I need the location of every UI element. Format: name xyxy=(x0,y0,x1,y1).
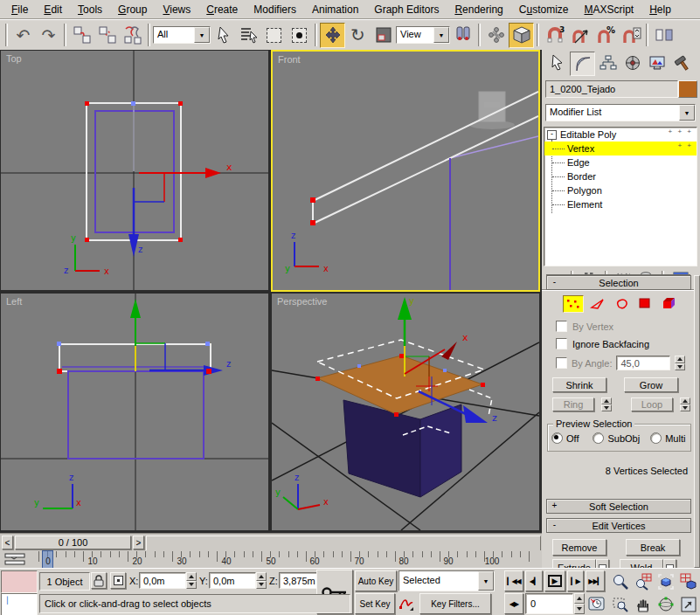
mirror-icon[interactable] xyxy=(651,23,676,48)
by-angle-input[interactable]: 45,0 xyxy=(616,356,670,370)
tab-motion[interactable] xyxy=(620,52,644,74)
tab-display[interactable] xyxy=(645,52,669,74)
maxscript-mini-listener[interactable]: ▏ xyxy=(1,593,38,615)
menu-animation[interactable]: Animation xyxy=(304,2,366,17)
maxscript-mini-listener-macro[interactable] xyxy=(1,570,38,593)
unlink-selection-icon[interactable] xyxy=(94,23,120,48)
menu-customize[interactable]: Customize xyxy=(511,2,577,17)
ring-spinner[interactable] xyxy=(601,397,612,411)
soft-selection-rollout-header[interactable]: + Soft Selection xyxy=(546,499,691,514)
angle-snap-icon[interactable] xyxy=(567,23,593,48)
auto-key-button[interactable]: Auto Key xyxy=(355,570,397,591)
front-viewport-canvas[interactable]: z y x xyxy=(273,52,538,290)
tab-hierarchy[interactable] xyxy=(596,52,620,74)
select-and-move-icon[interactable] xyxy=(320,23,345,48)
previous-frame-button[interactable]: ◀▎ xyxy=(525,570,543,591)
border-subobject-icon[interactable] xyxy=(612,295,631,311)
collapse-icon[interactable]: - xyxy=(550,277,559,287)
menu-file[interactable]: File xyxy=(3,2,36,17)
menu-help[interactable]: Help xyxy=(641,2,679,17)
snaps-toggle-icon[interactable]: 3 xyxy=(542,23,567,48)
vertex-subobject-icon[interactable] xyxy=(563,295,584,313)
select-and-manipulate-icon[interactable] xyxy=(483,23,509,48)
key-mode-toggle[interactable]: ◀▶ xyxy=(504,593,523,614)
shrink-button[interactable]: Shrink xyxy=(552,377,606,392)
arc-rotate-icon[interactable] xyxy=(655,593,676,615)
select-by-name-icon[interactable] xyxy=(236,23,261,48)
chevron-down-icon[interactable]: ▼ xyxy=(679,105,695,121)
selection-filter-dropdown[interactable]: All ▼ xyxy=(153,26,211,44)
spinner-snap-icon[interactable] xyxy=(618,23,643,48)
polygon-subobject-icon[interactable] xyxy=(635,295,655,311)
selection-rollout-header[interactable]: - Selection xyxy=(546,275,691,290)
select-and-scale-icon[interactable] xyxy=(371,23,396,48)
zoom-extents-all-icon[interactable] xyxy=(677,570,699,593)
viewport-perspective[interactable]: Perspective y x xyxy=(272,294,539,530)
object-name-field[interactable]: 1_0200_Tejado xyxy=(545,80,678,98)
collapse-icon[interactable]: - xyxy=(550,520,559,529)
edit-vertices-rollout-header[interactable]: - Edit Vertices xyxy=(546,518,691,533)
tab-utilities[interactable] xyxy=(669,52,693,74)
x-coordinate-input[interactable]: 0,0m xyxy=(139,572,186,589)
preview-multi-radio[interactable] xyxy=(650,432,662,444)
y-coordinate-input[interactable]: 0,0m xyxy=(209,572,256,589)
stack-row-vertex[interactable]: Vertex + + xyxy=(544,142,697,155)
viewport-left[interactable]: Left z z y x xyxy=(1,294,268,530)
menu-rendering[interactable]: Rendering xyxy=(447,2,510,17)
menu-group[interactable]: Group xyxy=(110,2,155,17)
open-mini-curve-editor-icon[interactable] xyxy=(3,552,27,566)
keyboard-override-toggle-icon[interactable] xyxy=(509,23,534,48)
set-key-button[interactable]: Set Key xyxy=(355,593,395,614)
left-viewport-canvas[interactable]: z z y x xyxy=(1,294,268,530)
y-coordinate-spinner[interactable] xyxy=(256,572,267,589)
menu-maxscript[interactable]: MAXScript xyxy=(577,2,642,17)
key-filters-button[interactable]: Key Filters... xyxy=(419,593,491,614)
tab-create[interactable] xyxy=(545,52,569,74)
ignore-backfacing-checkbox[interactable] xyxy=(556,338,567,349)
loop-spinner[interactable] xyxy=(680,397,690,411)
stack-row-element[interactable]: Element xyxy=(544,197,697,211)
frame-spinner[interactable] xyxy=(574,593,585,614)
menu-modifiers[interactable]: Modifiers xyxy=(246,2,304,17)
preview-subobj-radio[interactable] xyxy=(593,432,604,444)
track-bar[interactable]: 0 10 20 30 40 50 60 70 80 90 100 xyxy=(0,550,542,568)
by-angle-checkbox[interactable] xyxy=(556,357,567,369)
menu-create[interactable]: Create xyxy=(198,2,246,17)
menu-edit[interactable]: Edit xyxy=(36,2,70,17)
current-frame-input[interactable]: 0 xyxy=(525,593,573,614)
select-and-link-icon[interactable] xyxy=(69,23,94,48)
time-configuration-icon[interactable] xyxy=(586,593,606,614)
time-slider-next-button[interactable]: > xyxy=(133,536,144,549)
undo-icon[interactable]: ↶ xyxy=(10,23,36,48)
menu-views[interactable]: Views xyxy=(155,2,198,17)
min-max-toggle-icon[interactable] xyxy=(677,593,699,615)
modifier-list-dropdown[interactable]: Modifier List ▼ xyxy=(545,104,696,121)
panel-scrollbar[interactable] xyxy=(694,275,700,568)
rectangular-selection-region-icon[interactable] xyxy=(261,23,287,48)
go-to-start-button[interactable]: ▎◀◀ xyxy=(504,570,523,591)
tab-modify[interactable] xyxy=(570,52,595,76)
remove-button[interactable]: Remove xyxy=(552,539,606,556)
menu-tools[interactable]: Tools xyxy=(70,2,110,17)
time-slider-prev-button[interactable]: < xyxy=(2,536,13,549)
x-coordinate-spinner[interactable] xyxy=(186,572,197,589)
use-center-icon[interactable] xyxy=(450,23,475,48)
by-vertex-checkbox[interactable] xyxy=(556,321,567,332)
stack-row-edge[interactable]: Edge xyxy=(544,155,697,169)
redo-icon[interactable]: ↷ xyxy=(36,23,61,48)
by-angle-spinner[interactable] xyxy=(675,356,685,370)
chevron-down-icon[interactable]: ▼ xyxy=(433,27,449,43)
perspective-viewport-canvas[interactable]: y x z z y x xyxy=(272,294,539,530)
stack-row-polygon[interactable]: Polygon xyxy=(544,183,697,197)
select-and-rotate-icon[interactable]: ↻ xyxy=(345,23,371,48)
ring-button[interactable]: Ring xyxy=(552,397,594,411)
selection-lock-toggle[interactable] xyxy=(91,572,107,589)
new-key-default-in-out-icon[interactable] xyxy=(397,593,416,614)
chevron-down-icon[interactable]: ▼ xyxy=(194,27,210,43)
z-coordinate-input[interactable]: 3,875m xyxy=(279,572,318,589)
region-zoom-icon[interactable] xyxy=(609,593,631,615)
top-viewport-canvas[interactable]: x z y x z xyxy=(1,51,268,290)
expand-icon[interactable]: + xyxy=(550,501,559,510)
element-subobject-icon[interactable] xyxy=(659,295,678,311)
menu-graph-editors[interactable]: Graph Editors xyxy=(366,2,447,17)
